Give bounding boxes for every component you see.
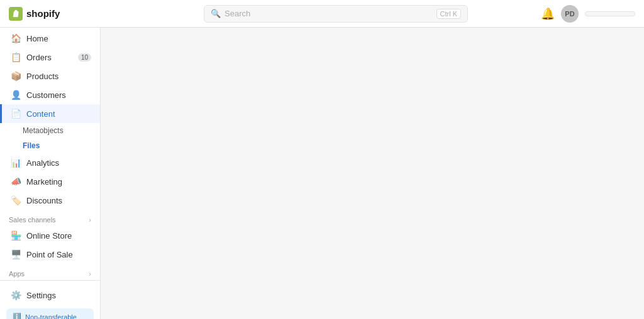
sidebar-item-home-label: Home — [26, 34, 48, 43]
sidebar-item-orders[interactable]: 📋 Orders 10 — [0, 48, 100, 67]
content-icon: 📄 — [11, 109, 21, 119]
settings-icon: ⚙️ — [11, 290, 21, 300]
sidebar-item-customers-label: Customers — [26, 90, 66, 100]
sidebar-item-marketing-label: Marketing — [26, 177, 62, 187]
sales-channels-label: Sales channels — [9, 216, 56, 224]
sidebar-sub-files[interactable]: Files — [0, 138, 100, 153]
sidebar-bottom: ⚙️ Settings ℹ️ Non-transferable — [0, 280, 100, 319]
apps-expand-icon[interactable]: › — [89, 270, 91, 278]
sidebar-item-orders-label: Orders — [26, 53, 52, 62]
sidebar-item-customers[interactable]: 👤 Customers — [0, 85, 100, 104]
discounts-icon: 🏷️ — [11, 195, 21, 205]
analytics-icon: 📊 — [11, 158, 21, 168]
sidebar-item-home[interactable]: 🏠 Home — [0, 29, 100, 48]
products-icon: 📦 — [11, 71, 21, 81]
brand-name: shopify — [26, 8, 60, 19]
search-bar[interactable]: 🔍 Search Ctrl K — [204, 5, 468, 23]
sidebar: shopify 🏠 Home 📋 Orders 10 📦 Products 👤 … — [0, 0, 101, 319]
sidebar-item-online-store[interactable]: 🏪 Online Store — [0, 226, 100, 245]
search-icon: 🔍 — [211, 9, 221, 18]
topbar: shopify 🔍 Search Ctrl K 🔔 PD — [0, 0, 644, 28]
orders-icon: 📋 — [11, 52, 21, 62]
sidebar-item-products-label: Products — [26, 72, 58, 81]
sidebar-item-analytics[interactable]: 📊 Analytics — [0, 153, 100, 172]
metaobjects-label: Metaobjects — [23, 126, 64, 135]
sidebar-item-discounts-label: Discounts — [26, 196, 62, 205]
search-shortcut: Ctrl K — [436, 9, 462, 19]
settings-label: Settings — [26, 291, 56, 300]
marketing-icon: 📣 — [11, 176, 21, 187]
customers-icon: 👤 — [11, 90, 21, 100]
non-transferable-label: Non-transferable — [25, 313, 77, 320]
search-placeholder: Search — [225, 9, 250, 18]
home-icon: 🏠 — [11, 33, 21, 43]
orders-badge: 10 — [78, 53, 91, 62]
sidebar-item-online-store-label: Online Store — [26, 231, 72, 241]
sidebar-item-content[interactable]: 📄 Content — [0, 104, 100, 123]
files-label: Files — [23, 141, 40, 150]
logo[interactable]: shopify — [9, 7, 97, 21]
avatar[interactable]: PD — [561, 5, 579, 23]
non-transferable-icon: ℹ️ — [13, 313, 21, 319]
sidebar-sub-metaobjects[interactable]: Metaobjects — [0, 123, 100, 138]
online-store-icon: 🏪 — [11, 230, 21, 241]
sidebar-item-analytics-label: Analytics — [26, 158, 59, 168]
sidebar-item-content-label: Content — [26, 109, 55, 119]
notification-bell-icon[interactable]: 🔔 — [541, 7, 555, 21]
sales-channels-expand-icon[interactable]: › — [89, 216, 91, 224]
store-name[interactable] — [585, 11, 635, 16]
shopify-logo-icon — [9, 7, 23, 21]
apps-label: Apps — [9, 270, 25, 278]
sales-channels-section: Sales channels › — [0, 210, 100, 226]
point-of-sale-icon: 🖥️ — [11, 249, 21, 259]
sidebar-item-settings[interactable]: ⚙️ Settings — [0, 286, 100, 305]
apps-section: Apps › — [0, 264, 100, 280]
sidebar-nav: 🏠 Home 📋 Orders 10 📦 Products 👤 Customer… — [0, 29, 100, 280]
sidebar-item-products[interactable]: 📦 Products — [0, 67, 100, 85]
sidebar-item-point-of-sale[interactable]: 🖥️ Point of Sale — [0, 245, 100, 264]
topbar-right: 🔔 PD — [541, 5, 635, 23]
sidebar-item-marketing[interactable]: 📣 Marketing — [0, 172, 100, 191]
sidebar-item-point-of-sale-label: Point of Sale — [26, 250, 73, 259]
non-transferable-banner[interactable]: ℹ️ Non-transferable — [6, 308, 94, 319]
sidebar-item-discounts[interactable]: 🏷️ Discounts — [0, 191, 100, 210]
